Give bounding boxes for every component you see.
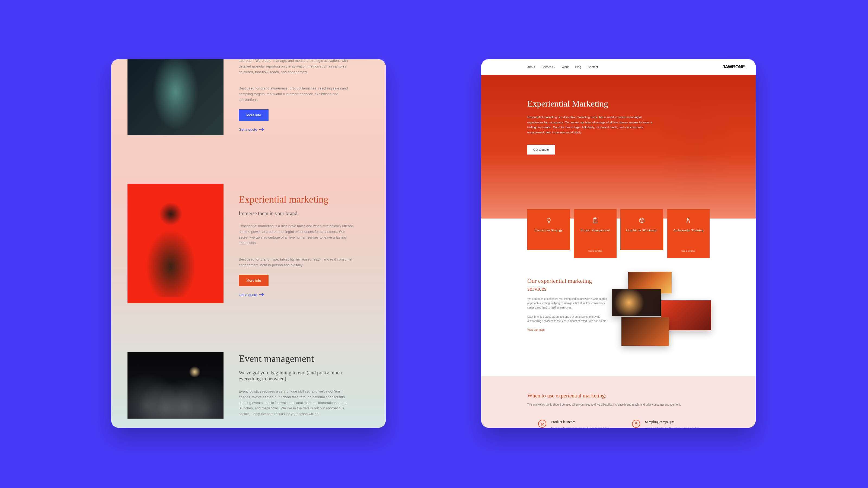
image-activation	[127, 59, 223, 135]
activation-body: approach. We create, manage, and measure…	[239, 59, 355, 75]
mockup-left: approach. We create, manage, and measure…	[111, 59, 386, 428]
cube-icon	[639, 217, 645, 224]
card-sub: See examples	[681, 245, 695, 252]
experiential-sub: Immerse them in your brand.	[239, 210, 364, 216]
event-heading: Event management	[239, 353, 364, 364]
feature-list: Product launches Make people remember yo…	[527, 420, 710, 428]
lightbulb-icon	[546, 217, 552, 224]
nav-blog[interactable]: Blog	[575, 65, 581, 69]
feature-product-launches: Product launches Make people remember yo…	[538, 420, 616, 428]
nav-about[interactable]: About	[527, 65, 535, 69]
feature-sampling-campaigns: Sampling campaigns With almost primed to…	[632, 420, 710, 428]
topbar: About Services ▾ Work Blog Contact JAWBO…	[481, 59, 756, 75]
section-event: Event management We've got you, beginnin…	[127, 352, 369, 428]
get-quote-link[interactable]: Get a quote	[239, 127, 364, 131]
get-quote-label: Get a quote	[239, 293, 257, 297]
experiential-heading: Experiential marketing	[239, 194, 364, 205]
nav-contact[interactable]: Contact	[588, 65, 598, 69]
lock-icon	[632, 420, 640, 428]
card-project-management[interactable]: Project Management See examples	[574, 209, 617, 258]
card-graphic-3d-design[interactable]: Graphic & 3D Design	[620, 209, 663, 250]
brand-logo[interactable]: JAWBONE	[723, 64, 745, 70]
card-title: Concept & Strategy	[535, 228, 563, 233]
card-title: Project Management	[581, 228, 610, 233]
feature-title: Product launches	[551, 420, 611, 424]
service-cards: Concept & Strategy Project Management Se…	[527, 209, 710, 258]
mockup-right: About Services ▾ Work Blog Contact JAWBO…	[481, 59, 756, 428]
svg-point-0	[547, 218, 550, 222]
hero: Experiential Marketing Experiential mark…	[481, 75, 756, 219]
card-title: Graphic & 3D Design	[626, 228, 657, 233]
experiential-bestfor: Best used for brand hype, talkability, i…	[239, 257, 355, 268]
arrow-icon	[259, 129, 263, 130]
collage-image	[621, 317, 669, 346]
feature-body: With almost primed to the edge to wantin…	[645, 426, 705, 428]
get-quote-button[interactable]: Get a quote	[527, 145, 555, 155]
top-nav: About Services ▾ Work Blog Contact	[492, 65, 598, 69]
image-experiential	[127, 184, 223, 303]
card-concept-strategy[interactable]: Concept & Strategy	[527, 209, 570, 250]
chevron-down-icon: ▾	[554, 66, 555, 68]
view-team-link[interactable]: View our team	[527, 328, 609, 331]
hero-body: Experiential marketing is a disruptive m…	[527, 115, 652, 135]
more-info-button[interactable]: More info	[239, 274, 269, 286]
services-section: Our experiential marketing services We a…	[527, 277, 710, 348]
image-event	[127, 352, 223, 419]
services-heading: Our experiential marketing services	[527, 277, 609, 293]
collage-image	[612, 289, 661, 316]
svg-point-4	[541, 425, 542, 425]
event-sub: We've got you, beginning to end (and pre…	[239, 370, 364, 382]
card-ambassador-training[interactable]: Ambassador Training See examples	[667, 209, 710, 258]
cart-icon	[538, 420, 546, 428]
services-p1: We approach experiential marketing campa…	[527, 297, 609, 310]
section-activation: approach. We create, manage, and measure…	[127, 59, 369, 135]
svg-rect-6	[635, 423, 637, 425]
section-experiential: Experiential marketing Immerse them in y…	[127, 184, 369, 303]
nav-work[interactable]: Work	[562, 65, 568, 69]
nav-services[interactable]: Services ▾	[542, 65, 555, 69]
services-p2: Each brief is treated as unique and our …	[527, 315, 609, 323]
card-title: Ambassador Training	[673, 228, 703, 233]
person-icon	[686, 217, 690, 224]
svg-point-3	[687, 218, 689, 220]
clipboard-icon	[593, 217, 597, 224]
band-heading: When to use experiential marketing:	[527, 393, 710, 399]
hero-title: Experiential Marketing	[527, 99, 710, 109]
nav-services-label: Services	[542, 65, 553, 69]
more-info-button[interactable]: More info	[239, 109, 269, 121]
feature-body: Make people remember your product by lin…	[551, 426, 611, 428]
when-to-use-section: When to use experiential marketing: This…	[481, 376, 756, 428]
arrow-icon	[259, 294, 263, 295]
band-lead: This marketing tactic should be used whe…	[527, 403, 710, 406]
activation-bestfor: Best used for brand awareness, product l…	[239, 86, 355, 102]
card-sub: See examples	[588, 245, 602, 252]
get-quote-link[interactable]: Get a quote	[239, 293, 364, 297]
event-body: Event logistics requires a very unique s…	[239, 389, 355, 417]
svg-point-5	[543, 425, 543, 425]
feature-title: Sampling campaigns	[645, 420, 705, 424]
services-collage	[620, 277, 710, 348]
get-quote-label: Get a quote	[239, 127, 257, 131]
experiential-body: Experiential marketing is a disruptive t…	[239, 223, 355, 246]
